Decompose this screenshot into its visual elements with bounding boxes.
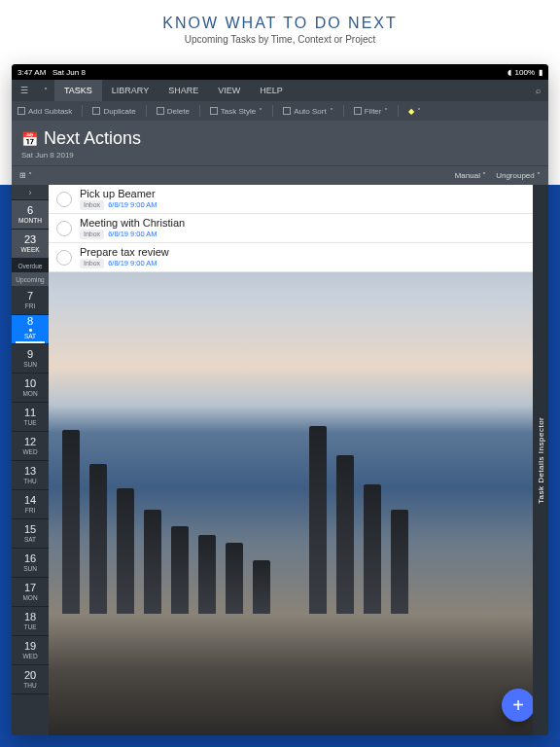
task-checkbox[interactable] <box>56 192 72 207</box>
month-selector[interactable]: 6 Month <box>12 200 49 230</box>
toolbar-icon <box>18 107 25 115</box>
day-9[interactable]: 9SUN <box>12 344 49 374</box>
filter-button[interactable]: Filter ˅ <box>354 107 389 116</box>
auto-sort-button[interactable]: Auto Sort ˅ <box>283 107 332 116</box>
tab-tasks[interactable]: TASKS <box>54 80 102 101</box>
upcoming-badge[interactable]: Upcoming <box>12 272 49 286</box>
promo-banner: KNOW WHAT TO DO NEXT Upcoming Tasks by T… <box>0 0 560 58</box>
promo-title: KNOW WHAT TO DO NEXT <box>162 15 398 32</box>
battery-level: 100% <box>515 68 535 77</box>
task-title: Pick up Beamer <box>80 188 158 200</box>
menu-bar: ☰ ˄ TASKSLIBRARYSHAREVIEWHELP ⌕ <box>12 80 548 101</box>
day-11[interactable]: 11TUE <box>12 403 49 432</box>
toolbar-separator <box>398 105 399 117</box>
toolbar-icon <box>283 107 291 115</box>
toolbar-icon <box>157 107 164 115</box>
day-8[interactable]: 8SAT <box>12 315 49 344</box>
tab-share[interactable]: SHARE <box>158 80 208 101</box>
grid-view-icon[interactable]: ⊞ ˅ <box>19 171 32 180</box>
day-18[interactable]: 18TUE <box>12 607 49 636</box>
main-content: Pick up BeamerInbox6/8/19 9:00 AMMeeting… <box>49 185 548 735</box>
battery-icon: ▮ <box>539 68 542 77</box>
day-16[interactable]: 16SUN <box>12 549 49 578</box>
inspector-handle[interactable]: Task Details Inspector <box>533 185 548 735</box>
task-due: 6/8/19 9:00 AM <box>108 201 157 210</box>
day-20[interactable]: 20THU <box>12 665 49 694</box>
toolbar: Add SubtaskDuplicateDeleteTask Style ˅Au… <box>12 101 548 121</box>
task-label: Inbox <box>80 230 104 239</box>
day-14[interactable]: 14FRI <box>12 490 49 519</box>
tab-help[interactable]: HELP <box>250 80 293 101</box>
overdue-badge[interactable]: Overdue <box>12 259 49 272</box>
task-style-button[interactable]: Task Style ˅ <box>210 107 262 116</box>
task-checkbox[interactable] <box>56 221 72 236</box>
status-date: Sat Jun 8 <box>52 68 86 77</box>
status-bar: 3:47 AM Sat Jun 8 ◖ 100% ▮ <box>12 64 548 80</box>
task-row[interactable]: Prepare tax reviewInbox6/8/19 9:00 AM <box>49 243 548 272</box>
sort-mode-button[interactable]: Manual ˅ <box>455 171 486 180</box>
task-due: 6/8/19 9:00 AM <box>108 260 157 268</box>
toolbar-separator <box>146 105 147 117</box>
chevron-right-icon[interactable]: › <box>12 185 49 200</box>
toolbar-icon <box>92 107 100 115</box>
chevron-up-icon[interactable]: ˄ <box>37 87 54 95</box>
day-12[interactable]: 12WED <box>12 432 49 461</box>
wifi-icon: ◖ <box>508 68 511 77</box>
page-title: Next Actions <box>44 128 141 149</box>
group-mode-button[interactable]: Ungrouped ˅ <box>496 171 541 180</box>
day-7[interactable]: 7FRI <box>12 286 49 315</box>
add-task-button[interactable]: + <box>502 689 535 722</box>
task-title: Prepare tax review <box>80 246 169 259</box>
page-header: 📅 Next Actions Sat Jun 8 2019 <box>12 121 548 165</box>
task-checkbox[interactable] <box>56 250 72 266</box>
task-list: Pick up BeamerInbox6/8/19 9:00 AMMeeting… <box>49 185 548 272</box>
day-10[interactable]: 10MON <box>12 374 49 403</box>
tab-view[interactable]: VIEW <box>208 80 250 101</box>
day-19[interactable]: 19WED <box>12 636 49 665</box>
toolbar-separator <box>343 105 344 117</box>
task-label: Inbox <box>80 259 104 268</box>
week-selector[interactable]: 23 Week <box>12 230 49 259</box>
calendar-icon: 📅 <box>21 131 38 147</box>
add-subtask-button[interactable]: Add Subtask <box>18 107 72 116</box>
toolbar-icon <box>354 107 362 115</box>
toolbar-separator <box>272 105 273 117</box>
app-window: 3:47 AM Sat Jun 8 ◖ 100% ▮ ☰ ˄ TASKSLIBR… <box>12 64 548 735</box>
search-icon[interactable]: ⌕ <box>527 86 548 95</box>
duplicate-button[interactable]: Duplicate <box>92 107 135 116</box>
status-time: 3:47 AM <box>18 68 46 77</box>
delete-button[interactable]: Delete <box>157 107 190 116</box>
day-13[interactable]: 13THU <box>12 461 49 490</box>
task-due: 6/8/19 9:00 AM <box>108 231 157 239</box>
view-options-bar: ⊞ ˅ Manual ˅ Ungrouped ˅ <box>12 165 548 185</box>
tab-library[interactable]: LIBRARY <box>102 80 158 101</box>
header-date: Sat Jun 8 2019 <box>21 151 539 160</box>
hamburger-icon[interactable]: ☰ <box>12 86 37 95</box>
task-title: Meeting with Christian <box>80 217 185 230</box>
date-sidebar: › 6 Month 23 Week Overdue Upcoming 7FRI8… <box>12 185 49 735</box>
toolbar-separator <box>199 105 200 117</box>
promo-subtitle: Upcoming Tasks by Time, Context or Proje… <box>185 34 376 45</box>
task-row[interactable]: Pick up BeamerInbox6/8/19 9:00 AM <box>49 185 548 214</box>
task-label: Inbox <box>80 200 104 210</box>
toolbar-icon <box>210 107 218 115</box>
day-17[interactable]: 17MON <box>12 578 49 607</box>
color-tag-button[interactable]: ◆˅ <box>408 107 421 116</box>
day-15[interactable]: 15SAT <box>12 519 49 549</box>
toolbar-separator <box>82 105 83 117</box>
task-row[interactable]: Meeting with ChristianInbox6/8/19 9:00 A… <box>49 214 548 243</box>
